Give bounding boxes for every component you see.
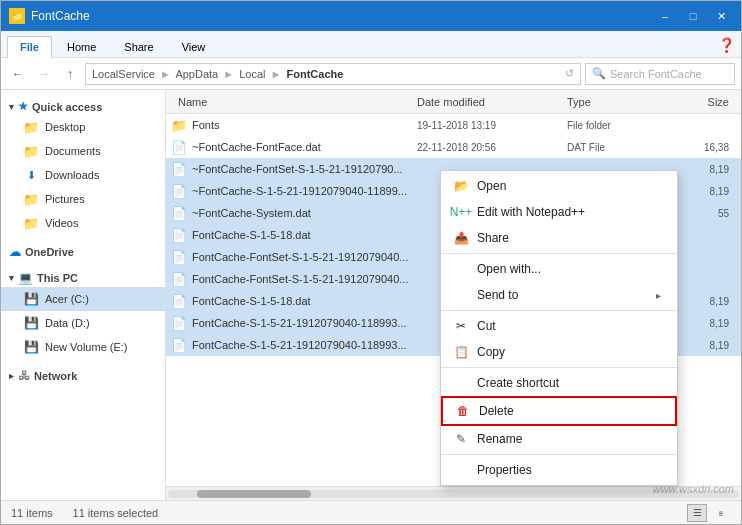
sidebar-thispc-header[interactable]: ▾ 💻 This PC: [1, 265, 165, 287]
chevron-right-icon: ▸: [9, 371, 14, 381]
ctx-send-to-label: Send to: [477, 288, 518, 302]
sidebar-quickaccess-header[interactable]: ▾ ★ Quick access: [1, 94, 165, 115]
ctx-create-shortcut[interactable]: Create shortcut: [441, 370, 677, 396]
window-title: FontCache: [31, 9, 653, 23]
ctx-properties-label: Properties: [477, 463, 532, 477]
quickaccess-label: Quick access: [32, 101, 102, 113]
breadcrumb-item-4[interactable]: FontCache: [287, 68, 344, 80]
folder-icon: 📁: [23, 143, 39, 159]
ctx-share[interactable]: 📤 Share: [441, 225, 677, 251]
file-name: FontCache-S-1-5-21-1912079040-118993...: [192, 339, 417, 351]
folder-icon: 📁: [23, 215, 39, 231]
item-count: 11 items: [11, 507, 53, 519]
minimize-button[interactable]: –: [653, 6, 677, 26]
sidebar-item-label-documents: Documents: [45, 145, 101, 157]
download-icon: ⬇: [23, 167, 39, 183]
context-menu: 📂 Open N++ Edit with Notepad++ 📤 Share O…: [440, 170, 678, 486]
back-button[interactable]: ←: [7, 63, 29, 85]
tab-share[interactable]: Share: [111, 36, 166, 57]
forward-button[interactable]: →: [33, 63, 55, 85]
sidebar-item-pictures[interactable]: 📁 Pictures: [1, 187, 165, 211]
drive-icon: 💾: [23, 291, 39, 307]
ctx-open-with[interactable]: Open with...: [441, 256, 677, 282]
scroll-thumb[interactable]: [197, 490, 311, 498]
horizontal-scrollbar[interactable]: [166, 486, 741, 500]
tab-home[interactable]: Home: [54, 36, 109, 57]
breadcrumb: LocalService ► AppData ► Local ► FontCac…: [92, 68, 343, 80]
details-view-button[interactable]: ☰: [687, 504, 707, 522]
sidebar-item-videos[interactable]: 📁 Videos: [1, 211, 165, 235]
ctx-cut-label: Cut: [477, 319, 496, 333]
sidebar-item-label-videos: Videos: [45, 217, 78, 229]
ctx-cut[interactable]: ✂ Cut: [441, 313, 677, 339]
status-bar: 11 items 11 items selected ☰ ⩬: [1, 500, 741, 524]
chevron-right-icon: ▸: [656, 290, 661, 301]
selected-count: 11 items selected: [73, 507, 159, 519]
star-icon: ★: [18, 100, 28, 113]
col-header-type[interactable]: Type: [567, 96, 667, 108]
file-date: 19-11-2018 13:19: [417, 120, 567, 131]
table-row[interactable]: 📄 ~FontCache-FontFace.dat 22-11-2018 20:…: [166, 136, 741, 158]
window-controls: – □ ✕: [653, 6, 733, 26]
breadcrumb-item-3[interactable]: Local: [239, 68, 265, 80]
file-type: File folder: [567, 120, 667, 131]
ctx-rename-label: Rename: [477, 432, 522, 446]
col-header-size[interactable]: Size: [667, 96, 737, 108]
sidebar-item-label-data: Data (D:): [45, 317, 90, 329]
help-icon[interactable]: ❓: [718, 37, 735, 53]
col-header-name[interactable]: Name: [170, 96, 417, 108]
table-row[interactable]: 📁 Fonts 19-11-2018 13:19 File folder: [166, 114, 741, 136]
file-name: Fonts: [192, 119, 417, 131]
sidebar-item-acer[interactable]: 💾 Acer (C:): [1, 287, 165, 311]
sidebar-item-documents[interactable]: 📁 Documents: [1, 139, 165, 163]
file-type: DAT File: [567, 142, 667, 153]
network-icon: 🖧: [18, 369, 30, 383]
sidebar-item-desktop[interactable]: 📁 Desktop: [1, 115, 165, 139]
tab-view[interactable]: View: [169, 36, 219, 57]
sidebar-item-data[interactable]: 💾 Data (D:): [1, 311, 165, 335]
file-icon: 📄: [170, 160, 188, 178]
address-box[interactable]: LocalService ► AppData ► Local ► FontCac…: [85, 63, 581, 85]
up-button[interactable]: ↑: [59, 63, 81, 85]
ctx-copy[interactable]: 📋 Copy: [441, 339, 677, 365]
ctx-edit-notepad[interactable]: N++ Edit with Notepad++: [441, 199, 677, 225]
breadcrumb-sep-3: ►: [271, 68, 282, 80]
sidebar-item-newvolume[interactable]: 💾 New Volume (E:): [1, 335, 165, 359]
cloud-icon: ☁: [9, 245, 21, 259]
file-date: 22-11-2018 20:56: [417, 142, 567, 153]
drive-icon: 💾: [23, 315, 39, 331]
sidebar-onedrive-item[interactable]: ☁ OneDrive: [1, 239, 165, 261]
window-icon: 📁: [9, 8, 25, 24]
sidebar-item-downloads[interactable]: ⬇ Downloads: [1, 163, 165, 187]
close-button[interactable]: ✕: [709, 6, 733, 26]
col-header-date[interactable]: Date modified: [417, 96, 567, 108]
title-bar: 📁 FontCache – □ ✕: [1, 1, 741, 31]
tiles-view-button[interactable]: ⩬: [711, 504, 731, 522]
file-icon: 📄: [170, 138, 188, 156]
file-icon: 📄: [170, 292, 188, 310]
file-size: 16,38: [667, 142, 737, 153]
ctx-open[interactable]: 📂 Open: [441, 173, 677, 199]
breadcrumb-item-1[interactable]: LocalService: [92, 68, 155, 80]
delete-icon: 🗑: [455, 403, 471, 419]
refresh-icon[interactable]: ↺: [565, 67, 574, 80]
maximize-button[interactable]: □: [681, 6, 705, 26]
sidebar-item-label-pictures: Pictures: [45, 193, 85, 205]
tab-file[interactable]: File: [7, 36, 52, 58]
sidebar-network-item[interactable]: ▸ 🖧 Network: [1, 363, 165, 385]
file-name: FontCache-FontSet-S-1-5-21-1912079040...: [192, 273, 417, 285]
ribbon: File Home Share View ❓: [1, 31, 741, 58]
ctx-send-to[interactable]: Send to ▸: [441, 282, 677, 308]
breadcrumb-item-2[interactable]: AppData: [175, 68, 218, 80]
ctx-delete[interactable]: 🗑 Delete: [441, 396, 677, 426]
sidebar: ▾ ★ Quick access 📁 Desktop 📁 Documents ⬇…: [1, 90, 166, 500]
file-name: ~FontCache-FontFace.dat: [192, 141, 417, 153]
ribbon-tabs: File Home Share View ❓: [1, 31, 741, 57]
ctx-properties[interactable]: Properties: [441, 457, 677, 483]
ctx-rename[interactable]: ✎ Rename: [441, 426, 677, 452]
sidebar-item-label-acer: Acer (C:): [45, 293, 89, 305]
file-name: FontCache-S-1-5-18.dat: [192, 229, 417, 241]
search-box[interactable]: 🔍 Search FontCache: [585, 63, 735, 85]
ctx-separator-3: [441, 367, 677, 368]
address-bar: ← → ↑ LocalService ► AppData ► Local ► F…: [1, 58, 741, 90]
